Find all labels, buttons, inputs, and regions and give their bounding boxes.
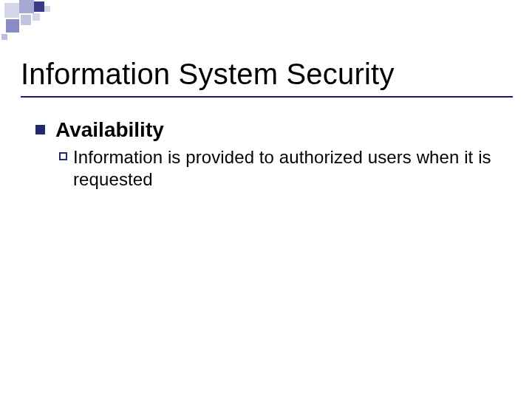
bullet-level2-text: Information is provided to authorized us… <box>73 146 508 191</box>
slide-title: Information System Security <box>21 58 395 91</box>
corner-decoration <box>0 0 89 37</box>
title-underline <box>21 96 513 98</box>
bullet-level1-text: Availability <box>55 118 164 142</box>
bullet-level2: Information is provided to authorized us… <box>59 146 508 191</box>
hollow-square-bullet-icon <box>59 152 67 160</box>
slide-content: Availability Information is provided to … <box>35 118 508 191</box>
square-bullet-icon <box>35 125 45 134</box>
bullet-level1: Availability <box>35 118 508 142</box>
